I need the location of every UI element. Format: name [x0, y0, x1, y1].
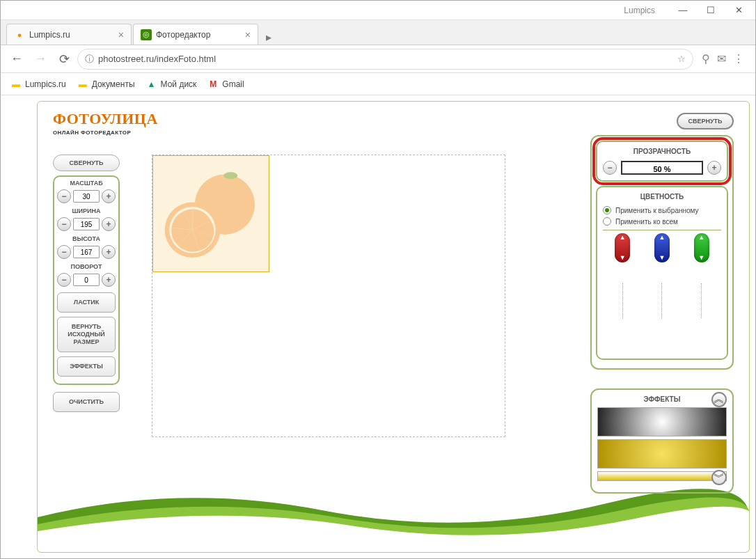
- rotate-value[interactable]: 0: [73, 274, 100, 286]
- bookmark-lumpics[interactable]: ▬ Lumpics.ru: [6, 77, 70, 91]
- effect-item-2[interactable]: [597, 439, 727, 469]
- rotate-minus-button[interactable]: −: [57, 273, 71, 287]
- effect-item-1[interactable]: [597, 407, 727, 436]
- transparency-plus-button[interactable]: +: [707, 161, 721, 175]
- chevron-up-icon: ▲: [659, 235, 666, 240]
- app-frame: ФОТОУЛИЦА ОНЛАЙН ФОТОРЕДАКТОР СВЕРНУТЬ М…: [37, 101, 750, 553]
- bookmark-gmail[interactable]: M Gmail: [203, 77, 248, 91]
- transparency-value[interactable]: 50 %: [621, 161, 703, 175]
- reload-button[interactable]: ⟳: [54, 49, 74, 70]
- effect-item-3[interactable]: [597, 471, 727, 481]
- effects-button[interactable]: ЭФФЕКТЫ: [57, 356, 116, 377]
- height-plus-button[interactable]: +: [102, 245, 116, 259]
- height-label: ВЫСОТА: [57, 235, 116, 242]
- orange-icon: [153, 156, 269, 271]
- color-label: ЦВЕТНОСТЬ: [603, 193, 721, 200]
- page-content: ФОТОУЛИЦА ОНЛАЙН ФОТОРЕДАКТОР СВЕРНУТЬ М…: [1, 95, 755, 558]
- scale-minus-button[interactable]: −: [57, 189, 71, 203]
- width-minus-button[interactable]: −: [57, 217, 71, 231]
- chevron-up-icon: ▲: [698, 235, 704, 240]
- tab-lumpics[interactable]: ● Lumpics.ru ×: [6, 24, 132, 45]
- new-tab-button[interactable]: ▸: [260, 29, 278, 45]
- scale-value[interactable]: 30: [73, 190, 100, 203]
- transparency-label: ПРОЗРАЧНОСТЬ: [603, 148, 721, 155]
- bookmark-drive[interactable]: ▲ Мой диск: [142, 77, 201, 91]
- tab-photoeditor[interactable]: ◎ Фоторедактор ×: [133, 24, 258, 45]
- apply-all-radio[interactable]: Применить ко всем: [603, 217, 721, 226]
- editor-icon: ◎: [141, 29, 152, 40]
- slider-track: [661, 283, 662, 318]
- titlebar: Lumpics — ☐ ✕: [1, 1, 755, 20]
- radio-label: Применить к выбранному: [615, 207, 699, 214]
- chevron-down-icon: ▼: [659, 255, 666, 260]
- green-slider[interactable]: ▲▼: [694, 233, 709, 318]
- folder-icon: ▬: [10, 79, 22, 90]
- close-button[interactable]: ✕: [725, 1, 753, 19]
- bookmark-label: Gmail: [222, 79, 244, 89]
- scroll-up-button[interactable]: ︽: [711, 392, 727, 407]
- logo-subtitle: ОНЛАЙН ФОТОРЕДАКТОР: [53, 129, 158, 136]
- url-input[interactable]: ⓘ photostreet.ru/indexFoto.html ☆: [77, 49, 693, 70]
- back-button[interactable]: ←: [6, 49, 27, 70]
- chevron-down-icon: ▼: [620, 255, 626, 260]
- mail-icon[interactable]: ✉: [717, 52, 726, 65]
- tab-label: Lumpics.ru: [29, 30, 70, 40]
- effects-panel: ЭФФЕКТЫ ︽ ︾: [590, 388, 734, 494]
- effects-label: ЭФФЕКТЫ: [644, 395, 681, 403]
- app-name: Lumpics: [624, 6, 655, 15]
- selected-image[interactable]: [152, 155, 269, 272]
- height-value[interactable]: 167: [73, 246, 100, 258]
- forward-button[interactable]: →: [30, 49, 51, 70]
- tabbar: ● Lumpics.ru × ◎ Фоторедактор × ▸: [1, 20, 755, 45]
- collapse-left-button[interactable]: СВЕРНУТЬ: [53, 155, 120, 171]
- blue-slider[interactable]: ▲▼: [654, 233, 670, 318]
- red-slider[interactable]: ▲▼: [615, 233, 630, 318]
- slider-track: [622, 283, 623, 318]
- star-icon[interactable]: ☆: [677, 54, 686, 64]
- logo: ФОТОУЛИЦА ОНЛАЙН ФОТОРЕДАКТОР: [53, 110, 158, 136]
- color-section: ЦВЕТНОСТЬ Применить к выбранному Примени…: [596, 186, 728, 360]
- orange-icon: ●: [14, 29, 25, 40]
- restore-size-button[interactable]: ВЕРНУТЬ ИСХОДНЫЙ РАЗМЕР: [57, 317, 116, 352]
- collapse-right-button[interactable]: СВЕРНУТЬ: [677, 113, 734, 129]
- svg-point-1: [223, 172, 237, 179]
- canvas[interactable]: [152, 155, 505, 437]
- bookmark-label: Мой диск: [161, 79, 197, 89]
- height-minus-button[interactable]: −: [57, 245, 71, 259]
- transparency-minus-button[interactable]: −: [603, 161, 617, 175]
- scale-plus-button[interactable]: +: [102, 189, 116, 203]
- scroll-down-button[interactable]: ︾: [711, 470, 727, 485]
- width-label: ШИРИНА: [57, 207, 116, 214]
- minimize-button[interactable]: —: [669, 1, 697, 19]
- bookmark-label: Документы: [92, 79, 135, 89]
- bookmark-documents[interactable]: ▬ Документы: [73, 77, 139, 91]
- eraser-button[interactable]: ЛАСТИК: [57, 292, 116, 313]
- left-panel: СВЕРНУТЬ МАСШТАБ − 30 + ШИРИНА − 195 +: [53, 155, 120, 416]
- chevron-down-icon: ▼: [698, 255, 704, 260]
- scale-label: МАСШТАБ: [57, 180, 116, 187]
- radio-on-icon: [603, 206, 611, 214]
- logo-title: ФОТОУЛИЦА: [53, 110, 158, 128]
- url-text: photostreet.ru/indexFoto.html: [98, 54, 216, 64]
- width-value[interactable]: 195: [73, 218, 100, 230]
- maximize-button[interactable]: ☐: [697, 1, 725, 19]
- transparency-section: ПРОЗРАЧНОСТЬ − 50 % +: [596, 141, 728, 182]
- rotate-plus-button[interactable]: +: [102, 273, 116, 287]
- clear-button[interactable]: ОЧИСТИТЬ: [53, 392, 120, 412]
- apply-selected-radio[interactable]: Применить к выбранному: [603, 206, 721, 214]
- gmail-icon: M: [207, 79, 219, 90]
- menu-icon[interactable]: ⋮: [733, 52, 744, 65]
- radio-label: Применить ко всем: [615, 218, 678, 226]
- close-icon[interactable]: ×: [245, 29, 251, 40]
- slider-track: [701, 283, 702, 318]
- tab-label: Фоторедактор: [156, 30, 210, 40]
- address-bar: ← → ⟳ ⓘ photostreet.ru/indexFoto.html ☆ …: [1, 45, 755, 73]
- chevron-up-icon: ▲: [620, 235, 626, 240]
- translate-icon[interactable]: ⚲: [702, 52, 710, 65]
- info-icon: ⓘ: [85, 53, 94, 65]
- drive-icon: ▲: [146, 79, 157, 90]
- rotate-label: ПОВОРОТ: [57, 263, 116, 270]
- close-icon[interactable]: ×: [118, 29, 124, 40]
- width-plus-button[interactable]: +: [102, 217, 116, 231]
- folder-icon: ▬: [77, 79, 88, 90]
